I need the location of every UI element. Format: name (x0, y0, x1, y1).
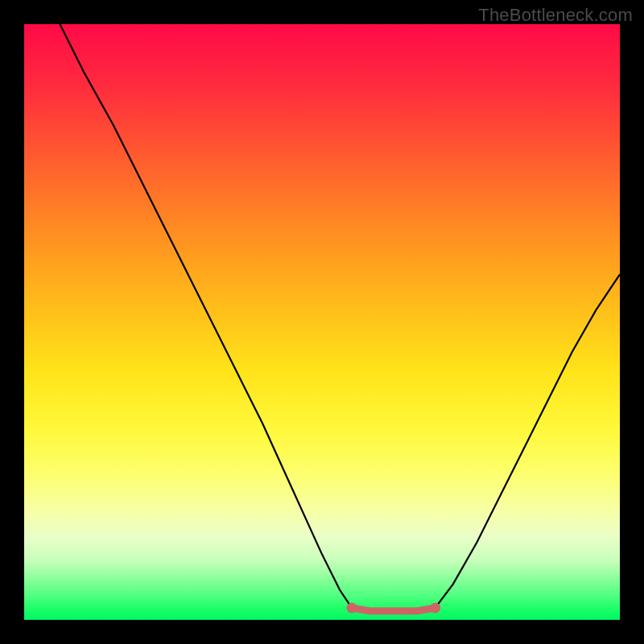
curve-layer (24, 24, 620, 620)
watermark-text: TheBottleneck.com (478, 5, 633, 26)
endpoint-right (430, 603, 440, 613)
endpoint-left (347, 603, 357, 613)
plot-area (24, 24, 620, 620)
chart-frame: TheBottleneck.com (0, 0, 644, 644)
flat-segment (352, 608, 436, 611)
right-curve (436, 275, 620, 608)
left-curve (60, 24, 352, 608)
